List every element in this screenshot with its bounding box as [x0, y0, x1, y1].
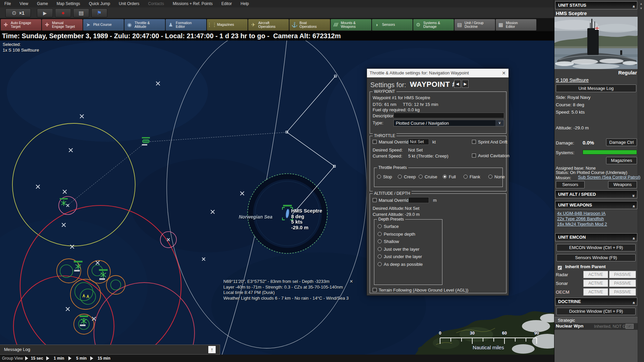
dialog-title[interactable]: Throttle & Altitude settings for: Naviga…: [367, 69, 508, 77]
auto-engage-target-button[interactable]: ✚Auto EngageTarget: [1, 19, 41, 31]
menu-view[interactable]: View: [15, 0, 33, 7]
systems-damage-button[interactable]: ⚙Systems &Damage: [413, 19, 454, 31]
depth-preset-deep-radio[interactable]: [378, 262, 382, 266]
play-step-icon[interactable]: [46, 356, 49, 360]
prev-waypoint-button[interactable]: ◀: [454, 80, 461, 88]
unit-class-link[interactable]: S 108 Swiftsure: [556, 77, 589, 83]
weapon-link[interactable]: 16x Mk24 Tigerfish Mod 2: [557, 222, 607, 227]
menu-editor[interactable]: Editor: [217, 0, 236, 7]
doctrine-header[interactable]: DOCTRINE»: [555, 298, 637, 306]
weapon-link[interactable]: 22x Type 2066 Bandfish: [557, 216, 604, 221]
sidebar-scrollbar[interactable]: ▲ ▼: [638, 0, 644, 362]
dialog-close-icon[interactable]: ✕: [502, 69, 506, 77]
sprint-drift-checkbox[interactable]: [472, 140, 476, 144]
inherit-label: Inherit from Parent: [565, 264, 606, 269]
oecm-active-button[interactable]: ACTIVE: [583, 288, 608, 296]
altitude-manual-override-checkbox[interactable]: [373, 198, 377, 202]
unit-message-log-button[interactable]: Unit Message Log: [556, 84, 636, 92]
play-step-icon[interactable]: [25, 356, 28, 360]
emcon-window-button[interactable]: EMCON Window (Ctrl + F9): [556, 244, 636, 251]
menu-map-settings[interactable]: Map Settings: [52, 0, 85, 7]
record-button[interactable]: ●: [55, 8, 71, 17]
aircraft-operations-button[interactable]: ✈AircraftOperations: [248, 19, 289, 31]
mission-link[interactable]: Sub Screen (Sea Control Patrol): [578, 175, 640, 180]
damage-ctrl-button[interactable]: Damage Ctrl: [606, 138, 637, 146]
play-button[interactable]: ▶: [37, 8, 53, 17]
avoid-cavitation-checkbox[interactable]: [472, 154, 476, 158]
sonar-active-button[interactable]: ACTIVE: [583, 280, 608, 287]
radar-passive-button[interactable]: PASSIVE: [609, 271, 636, 278]
doctrine-group-row[interactable]: Strategic: [554, 317, 638, 323]
unit-alt-speed-header[interactable]: UNIT ALT / SPEED»: [555, 190, 637, 198]
throttle-altitude-button[interactable]: ◉Throttle &Altitude: [124, 19, 165, 31]
throttle-override-input[interactable]: Not Set: [408, 139, 429, 145]
next-waypoint-button[interactable]: ▶: [462, 80, 469, 88]
printer-button[interactable]: ▤: [73, 8, 89, 17]
preset-5min[interactable]: 5 min: [76, 355, 87, 362]
info-box-close-icon[interactable]: ✕: [350, 279, 353, 284]
depth-preset-periscope-radio[interactable]: [378, 232, 382, 236]
scroll-up-icon[interactable]: ▲: [638, 2, 644, 5]
weapon-link[interactable]: 4x UGM-84B Harpoon IA: [557, 211, 606, 216]
record-icon: ●: [61, 10, 65, 16]
play-step-icon[interactable]: [68, 356, 71, 360]
clipboard-icon: ▦: [496, 23, 506, 27]
unit-group-doctrine-button[interactable]: ▤Unit / GroupDoctrine: [454, 19, 495, 31]
throttle-preset-stop-radio[interactable]: [377, 175, 381, 179]
menu-quick-jump[interactable]: Quick Jump: [85, 0, 114, 7]
magazines-button[interactable]: ⋮⋮Magazines: [207, 19, 248, 31]
preset-15min[interactable]: 15 min: [98, 355, 110, 362]
plot-course-button[interactable]: ➤Plot Course: [83, 19, 124, 31]
sensors-window-button[interactable]: Sensors Window (F9): [556, 254, 636, 261]
throttle-manual-override-checkbox[interactable]: [373, 140, 377, 144]
sensors-button[interactable]: ◗Sensors: [372, 19, 413, 31]
menu-game[interactable]: Game: [33, 0, 52, 7]
message-log-expand-button[interactable]: ↑: [208, 346, 216, 354]
bookmark-button[interactable]: ⚑: [91, 8, 107, 17]
mounts-weapons-button[interactable]: ///Mounts &Weapons: [331, 19, 371, 31]
menu-unit-orders[interactable]: Unit Orders: [114, 0, 144, 7]
chevron-down-icon[interactable]: ∨: [495, 120, 504, 126]
boat-operations-button[interactable]: ⚓BoatOperations: [289, 19, 330, 31]
depth-preset-shallow-radio[interactable]: [378, 239, 382, 243]
terrain-following-checkbox[interactable]: [373, 288, 377, 292]
inherit-from-parent-checkbox[interactable]: [558, 266, 562, 270]
depth-preset-over-layer-radio[interactable]: [378, 247, 382, 251]
throttle-preset-full-radio[interactable]: [443, 175, 447, 179]
play-step-icon[interactable]: [90, 356, 93, 360]
altitude-override-input[interactable]: [408, 197, 429, 203]
throttle-preset-none-radio[interactable]: [488, 175, 492, 179]
doctrine-row[interactable]: Nuclear Wpn Inherited, NOT G ✓: [554, 323, 638, 330]
depth-preset-under-layer-radio[interactable]: [378, 254, 382, 258]
sensors-button[interactable]: Sensors: [556, 181, 585, 188]
group-view-label[interactable]: Group View: [2, 355, 23, 362]
menu-missions-ref-points[interactable]: Missions + Ref. Points: [168, 0, 217, 7]
unit-status-header[interactable]: UNIT STATUS»: [555, 1, 637, 9]
unit-weapons-header[interactable]: UNIT WEAPONS»: [555, 201, 637, 209]
mission-editor-button[interactable]: ▦MissionEditor: [496, 19, 536, 31]
doctrine-dropdown[interactable]: ✓: [626, 324, 634, 329]
weapons-button[interactable]: Weapons: [608, 181, 637, 188]
preset-1min[interactable]: 1 min: [54, 355, 64, 362]
depth-preset-surface-radio[interactable]: [378, 224, 382, 228]
formation-editor-button[interactable]: ♟FormationEditor: [166, 19, 206, 31]
time-scale-button[interactable]: ⊙ ×1: [5, 8, 31, 17]
doctrine-window-button[interactable]: Doctrine Window (Ctrl + F9): [556, 308, 636, 315]
menu-file[interactable]: File: [0, 0, 15, 7]
preset-15sec[interactable]: 15 sec: [31, 355, 43, 362]
radar-active-button[interactable]: ACTIVE: [583, 271, 608, 278]
throttle-preset-flank-radio[interactable]: [464, 175, 468, 179]
throttle-preset-cruise-radio[interactable]: [419, 175, 423, 179]
waypoint-type-select[interactable]: Plotted Course / Navigation ∨: [393, 120, 504, 126]
description-input[interactable]: [393, 113, 504, 118]
clock-icon: ⊙: [12, 10, 16, 16]
message-log-bar[interactable]: Message Log: [0, 345, 220, 355]
menu-help[interactable]: Help: [236, 0, 253, 7]
throttle-preset-creep-radio[interactable]: [398, 175, 402, 179]
magazines-button[interactable]: Magazines: [606, 157, 637, 164]
scroll-down-icon[interactable]: ▼: [638, 7, 644, 10]
oecm-passive-button[interactable]: PASSIVE: [609, 288, 636, 296]
manual-engage-target-button[interactable]: ✚ManualEngage Target: [42, 19, 83, 31]
unit-emcon-header[interactable]: UNIT EMCON»: [555, 233, 637, 241]
sonar-passive-button[interactable]: PASSIVE: [609, 280, 636, 287]
